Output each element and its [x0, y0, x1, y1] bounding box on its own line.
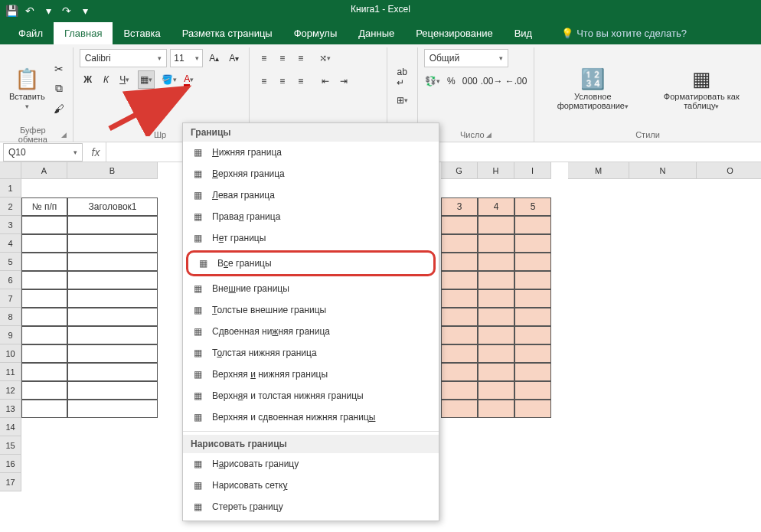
cell-I12[interactable]	[514, 381, 551, 400]
row-header-13[interactable]: 13	[0, 400, 21, 418]
cell-H12[interactable]	[478, 381, 514, 400]
cell-B12[interactable]	[67, 381, 158, 400]
cell-G10[interactable]	[441, 344, 478, 363]
cell-A4[interactable]	[21, 234, 67, 253]
col-header-G[interactable]: G	[441, 162, 478, 179]
cell-G11[interactable]	[441, 363, 478, 381]
border-option-none[interactable]: ▦Нет границы	[183, 227, 439, 249]
cell-A2[interactable]: № п/п	[21, 197, 67, 216]
tab-view[interactable]: Вид	[504, 22, 544, 44]
align-right[interactable]: ≡	[292, 72, 309, 90]
cell-G7[interactable]	[441, 289, 478, 308]
fx-button[interactable]: fx	[86, 146, 106, 158]
font-color-button[interactable]: А ▾	[181, 70, 198, 89]
col-header-A[interactable]: A	[21, 162, 67, 179]
cell-A6[interactable]	[21, 271, 67, 289]
qat-customize[interactable]: ▾	[77, 2, 93, 19]
cell-H5[interactable]	[478, 253, 514, 271]
format-as-table[interactable]: ▦ Форматировать как таблицу▾	[648, 49, 755, 128]
cell-A12[interactable]	[21, 381, 67, 400]
name-box[interactable]: Q10▾	[3, 143, 83, 162]
cell-I4[interactable]	[514, 234, 551, 253]
cell-I9[interactable]	[514, 326, 551, 344]
cell-B13[interactable]	[67, 400, 158, 418]
cell-H4[interactable]	[478, 234, 514, 253]
border-option-draw-grid[interactable]: ▦Нарисовать сетку	[183, 475, 439, 496]
increase-decimal[interactable]: .00→	[480, 72, 503, 90]
row-header-15[interactable]: 15	[0, 436, 21, 455]
row-header-5[interactable]: 5	[0, 253, 21, 271]
cell-A9[interactable]	[21, 326, 67, 344]
border-option-top-bottom[interactable]: ▦Верхняя и нижняя границы	[183, 364, 439, 385]
cell-H11[interactable]	[478, 363, 514, 381]
border-option-thick-bottom[interactable]: ▦Толстая нижняя граница	[183, 342, 439, 364]
align-center[interactable]: ≡	[274, 72, 291, 90]
select-all-button[interactable]	[0, 162, 21, 179]
row-header-4[interactable]: 4	[0, 234, 21, 253]
border-option-thick-outside[interactable]: ▦Толстые внешние границы	[183, 299, 439, 321]
row-header-1[interactable]: 1	[0, 179, 21, 197]
font-size-combo[interactable]: 11▾	[170, 49, 202, 67]
cell-G5[interactable]	[441, 253, 478, 271]
cell-I13[interactable]	[514, 400, 551, 418]
cell-G2[interactable]: 3	[441, 197, 478, 216]
border-option-double-bottom[interactable]: ▦Сдвоенная нижняя граница	[183, 321, 439, 342]
paste-button[interactable]: 📋 Вставить▾	[6, 49, 48, 128]
underline-button[interactable]: Ч ▾	[116, 70, 133, 89]
cell-A13[interactable]	[21, 400, 67, 418]
col-header-I[interactable]: I	[514, 162, 551, 179]
cell-I2[interactable]: 5	[514, 197, 551, 216]
cell-B5[interactable]	[67, 253, 158, 271]
font-name-combo[interactable]: Calibri▾	[80, 49, 168, 67]
qat-undo-more[interactable]: ▾	[40, 2, 57, 19]
border-option-top-double-bottom[interactable]: ▦Верхняя и сдвоенная нижняя границы	[183, 406, 439, 428]
merge-center[interactable]: ⊞▾	[394, 91, 411, 109]
border-option-draw[interactable]: ▦Нарисовать границу	[183, 453, 439, 475]
tab-review[interactable]: Рецензирование	[405, 22, 503, 44]
align-left[interactable]: ≡	[256, 72, 273, 90]
number-dialog-launcher[interactable]: ◢	[486, 131, 492, 139]
border-option-erase[interactable]: ▦Стереть границу	[183, 496, 439, 517]
cell-I7[interactable]	[514, 289, 551, 308]
cell-G6[interactable]	[441, 271, 478, 289]
decrease-decimal[interactable]: ←.00	[505, 72, 527, 90]
row-header-8[interactable]: 8	[0, 308, 21, 326]
row-header-2[interactable]: 2	[0, 197, 21, 216]
qat-redo[interactable]: ↷	[58, 2, 75, 19]
tab-data[interactable]: Данные	[348, 22, 405, 44]
border-option-all[interactable]: ▦Все границы	[186, 250, 436, 276]
cell-B6[interactable]	[67, 271, 158, 289]
bold-button[interactable]: Ж	[80, 70, 96, 89]
cell-I6[interactable]	[514, 271, 551, 289]
border-option-top[interactable]: ▦Верхняя граница	[183, 163, 439, 184]
border-option-outside[interactable]: ▦Внешние границы	[183, 278, 439, 299]
cell-B9[interactable]	[67, 326, 158, 344]
tab-formulas[interactable]: Формулы	[283, 22, 348, 44]
borders-button[interactable]: ▦ ▾	[138, 70, 155, 89]
cell-H2[interactable]: 4	[478, 197, 514, 216]
row-header-11[interactable]: 11	[0, 363, 21, 381]
col-header-M[interactable]: M	[568, 162, 629, 179]
fill-color-button[interactable]: 🪣 ▾	[159, 70, 179, 89]
tell-me[interactable]: 💡 Что вы хотите сделать?	[550, 22, 697, 44]
cell-G4[interactable]	[441, 234, 478, 253]
align-top[interactable]: ≡	[256, 49, 273, 67]
cell-B3[interactable]	[67, 216, 158, 234]
row-header-12[interactable]: 12	[0, 381, 21, 400]
col-header-O[interactable]: O	[697, 162, 761, 179]
border-option-top-thick-bottom[interactable]: ▦Верхняя и толстая нижняя границы	[183, 385, 439, 406]
cell-H3[interactable]	[478, 216, 514, 234]
clipboard-dialog-launcher[interactable]: ◢	[61, 131, 67, 139]
cell-B8[interactable]	[67, 308, 158, 326]
cut-button[interactable]: ✂	[51, 61, 67, 77]
increase-font-button[interactable]: A▴	[206, 49, 223, 67]
row-header-6[interactable]: 6	[0, 271, 21, 289]
cell-G3[interactable]	[441, 216, 478, 234]
cell-H10[interactable]	[478, 344, 514, 363]
number-format-combo[interactable]: Общий▾	[424, 49, 508, 67]
cell-B2[interactable]: Заголовок1	[67, 197, 158, 216]
tab-insert[interactable]: Вставка	[113, 22, 171, 44]
cell-B4[interactable]	[67, 234, 158, 253]
tab-home[interactable]: Главная	[54, 22, 113, 44]
tab-file[interactable]: Файл	[8, 22, 54, 44]
